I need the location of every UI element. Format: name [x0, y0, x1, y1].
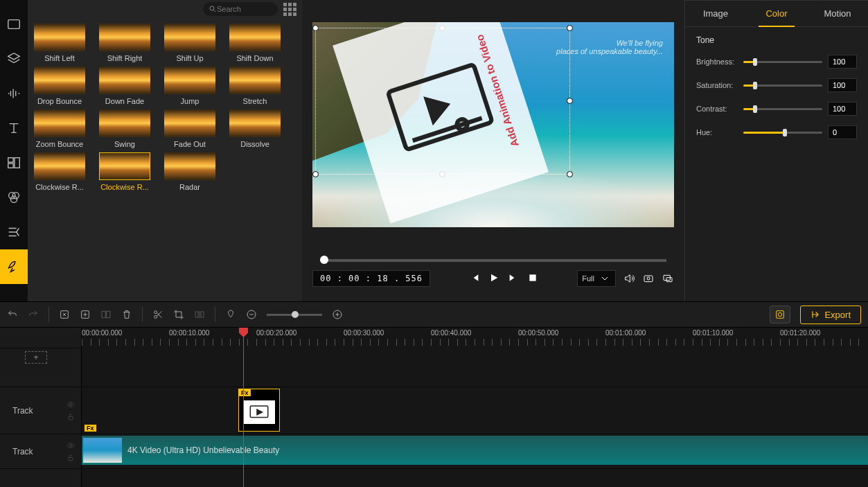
playhead[interactable]	[243, 328, 244, 487]
svg-rect-14	[666, 278, 672, 282]
svg-rect-30	[69, 457, 73, 461]
gallery-panel: Shift LeftShift RightShift UpShift DownD…	[28, 0, 302, 301]
track-lane-1[interactable]: Fx	[82, 387, 868, 434]
gallery-item-label: Zoom Bounce	[36, 140, 83, 148]
next-frame-button[interactable]	[508, 272, 519, 285]
brightness-value[interactable]: 100	[828, 55, 857, 69]
overlay-clip-item[interactable]: Fx	[238, 389, 280, 432]
clip-title: 4K Video (Ultra HD) Unbelievable Beauty	[127, 445, 279, 455]
contrast-value[interactable]: 100	[828, 102, 857, 116]
gallery-item-label: Stretch	[243, 97, 267, 105]
gallery-item-label: Shift Left	[44, 54, 74, 62]
timeline-toolbar: Export	[0, 301, 868, 328]
stop-button[interactable]	[527, 272, 538, 285]
hue-value[interactable]: 0	[828, 125, 857, 139]
ruler-mark: 00:00:50.000	[518, 328, 605, 348]
gallery-item[interactable]: Stretch	[227, 67, 283, 105]
svg-point-29	[70, 444, 72, 446]
lock-icon[interactable]	[66, 454, 76, 462]
tool-3[interactable]	[100, 309, 112, 320]
gallery-item[interactable]: Drop Bounce	[32, 67, 87, 105]
filter-icon[interactable]	[0, 180, 28, 215]
gallery-item[interactable]: Swing	[97, 109, 152, 148]
gallery-item-label: Clockwise R...	[100, 183, 149, 191]
track-header-2[interactable]: Track	[0, 434, 81, 469]
quality-select[interactable]: Full	[577, 270, 616, 287]
animation-icon[interactable]	[0, 249, 28, 284]
split-button[interactable]	[194, 309, 205, 320]
delete-button[interactable]	[121, 309, 132, 320]
preview-canvas[interactable]: We'll be flying places of unspeakable be…	[312, 22, 674, 227]
time-ruler[interactable]: 00:00:00.00000:00:10.00000:00:20.00000:0…	[82, 328, 868, 348]
gallery-item-label: Shift Down	[236, 54, 273, 62]
zoom-out-button[interactable]	[246, 309, 257, 320]
media-icon[interactable]	[0, 7, 28, 42]
text-icon[interactable]	[0, 111, 28, 145]
gallery-item[interactable]: Zoom Bounce	[32, 109, 87, 148]
tool-2[interactable]	[80, 309, 91, 320]
tab-color[interactable]: Color	[746, 1, 807, 26]
add-track-button[interactable]: +	[25, 351, 47, 364]
gallery-item[interactable]: Clockwise R...	[32, 152, 87, 191]
preview-panel: We'll be flying places of unspeakable be…	[302, 0, 684, 301]
cut-button[interactable]	[152, 309, 163, 320]
contrast-slider[interactable]	[743, 108, 822, 110]
tab-image[interactable]: Image	[685, 1, 746, 26]
gallery-item[interactable]: Shift Down	[227, 24, 283, 62]
search-box[interactable]	[203, 2, 278, 16]
search-input[interactable]	[217, 5, 272, 13]
audio-icon[interactable]	[0, 76, 28, 111]
gallery-item[interactable]: Shift Right	[97, 24, 152, 62]
scrub-bar[interactable]	[320, 259, 666, 262]
video-clip-item[interactable]: Fx 4K Video (Ultra HD) Unbelievable Beau…	[82, 436, 868, 465]
eye-icon[interactable]	[66, 400, 76, 409]
track-header-1[interactable]: Track	[0, 387, 81, 434]
svg-rect-3	[8, 163, 13, 168]
lock-icon[interactable]	[66, 413, 76, 421]
render-button[interactable]	[770, 306, 790, 324]
prev-frame-button[interactable]	[469, 272, 480, 285]
svg-rect-10	[529, 274, 535, 281]
gallery-item[interactable]: Clockwise R...	[97, 152, 152, 191]
crop-button[interactable]	[173, 309, 184, 320]
gallery-item[interactable]: Fade Out	[162, 109, 218, 148]
track-lane-2[interactable]: Fx 4K Video (Ultra HD) Unbelievable Beau…	[82, 434, 868, 469]
track-lane-blank[interactable]	[82, 348, 868, 387]
hue-label: Hue:	[696, 128, 738, 136]
svg-point-6	[10, 196, 17, 202]
play-button[interactable]	[488, 272, 499, 285]
side-icon-rail	[0, 0, 28, 301]
grid-view-icon[interactable]	[283, 3, 296, 16]
gallery-item-label: Shift Right	[107, 54, 143, 62]
marker-button[interactable]	[225, 309, 236, 320]
svg-point-26	[779, 312, 782, 316]
brightness-slider[interactable]	[743, 61, 822, 63]
eye-icon[interactable]	[66, 441, 76, 450]
saturation-slider[interactable]	[743, 85, 822, 87]
gallery-item[interactable]: Dissolve	[227, 109, 283, 148]
gallery-item[interactable]: Down Fade	[97, 67, 152, 105]
ruler-mark: 00:00:40.000	[431, 328, 518, 348]
zoom-slider[interactable]	[267, 314, 322, 316]
saturation-value[interactable]: 100	[828, 78, 857, 92]
gallery-item[interactable]: Jump	[162, 67, 218, 105]
volume-icon[interactable]	[623, 273, 635, 284]
template-icon[interactable]	[0, 145, 28, 180]
svg-point-12	[647, 277, 650, 280]
svg-point-5	[12, 193, 19, 199]
transition-icon[interactable]	[0, 215, 28, 249]
zoom-in-button[interactable]	[332, 309, 343, 320]
tool-1[interactable]	[59, 309, 70, 320]
svg-point-27	[70, 403, 72, 405]
layers-icon[interactable]	[0, 42, 28, 76]
redo-button[interactable]	[28, 309, 39, 320]
export-button[interactable]: Export	[800, 306, 861, 324]
tab-motion[interactable]: Motion	[807, 1, 868, 26]
gallery-item[interactable]: Shift Left	[32, 24, 87, 62]
snapshot-icon[interactable]	[642, 273, 655, 284]
detach-icon[interactable]	[662, 273, 674, 284]
gallery-item[interactable]: Shift Up	[162, 24, 218, 62]
gallery-item[interactable]: Radar	[162, 152, 218, 191]
hue-slider[interactable]	[743, 132, 822, 134]
undo-button[interactable]	[7, 309, 18, 320]
